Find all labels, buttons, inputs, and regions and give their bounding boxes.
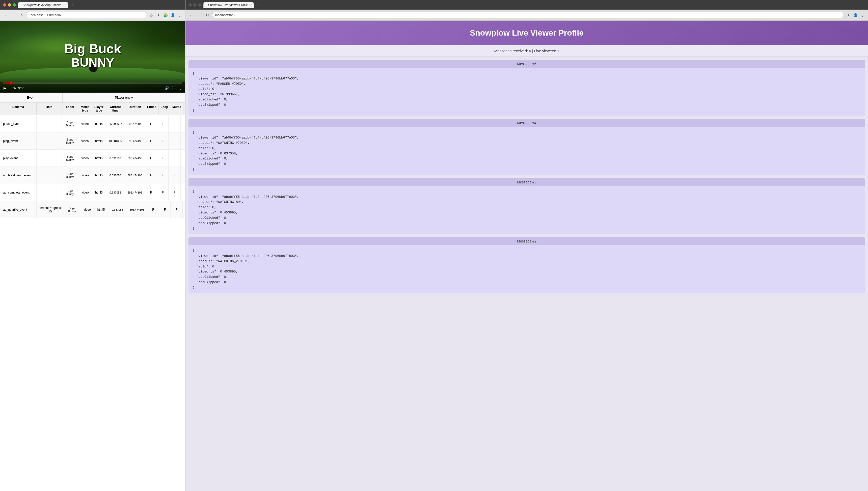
forward-button-left[interactable]: → xyxy=(11,12,17,18)
message-body: { "viewer_id": "ab0bff55-aadb-4fcf-bf26-… xyxy=(189,68,865,116)
cell-schema: ad_quartile_event xyxy=(0,201,36,218)
cell-currenttime: 26.999667 xyxy=(106,115,125,132)
table-rows-container: pause_event Bugs Bunny video html5 26.99… xyxy=(0,115,185,218)
cell-paused: F xyxy=(181,133,185,149)
cell-schema: ping_event xyxy=(0,133,36,149)
active-tab-right[interactable]: Snowplow Live Viewer Profile ✕ xyxy=(203,2,254,8)
cell-currenttime: 0.696599 xyxy=(106,150,125,167)
tab-close-left[interactable]: ✕ xyxy=(66,3,68,6)
cell-currenttime: 0.637058 xyxy=(106,184,125,201)
cell-mediatype: video xyxy=(78,184,92,201)
cell-schema: play_event xyxy=(0,150,36,167)
active-tab-left[interactable]: Snowplow JavaScript Tracke... ✕ xyxy=(18,2,68,8)
cell-paused: T xyxy=(183,201,185,218)
close-button[interactable] xyxy=(3,3,6,6)
cell-label: Bugs Bunny xyxy=(64,201,80,218)
progress-dot xyxy=(9,82,12,85)
progress-bar[interactable] xyxy=(3,83,182,84)
cell-schema: pause_event xyxy=(0,115,36,132)
address-bar-left[interactable]: localhost:3000/media xyxy=(27,12,147,18)
new-tab-button-left[interactable]: + xyxy=(70,2,75,7)
messages-count: 5 xyxy=(529,49,531,53)
address-bar-row-left: ← → ↻ localhost:3000/media ⎙ ★ 🧩 👤 ⋮ xyxy=(0,9,185,21)
more-icon[interactable]: ⋮ xyxy=(179,86,182,90)
back-button-right[interactable]: ← xyxy=(189,12,195,18)
close-button-right[interactable] xyxy=(189,3,192,6)
refresh-button-right[interactable]: ↻ xyxy=(205,12,210,18)
cell-data xyxy=(36,167,62,184)
message-body: { "viewer_id": "ab0bff55-aadb-4fcf-bf26-… xyxy=(189,245,865,293)
maximize-button[interactable] xyxy=(12,3,16,6)
traffic-lights-left xyxy=(3,3,16,6)
cell-playertype: html5 xyxy=(92,115,106,132)
message-header: Message #4 xyxy=(189,119,865,127)
cell-playertype: html5 xyxy=(92,167,106,184)
refresh-button-left[interactable]: ↻ xyxy=(19,12,25,18)
column-headers: Schema Data Label Media type Player type… xyxy=(0,103,185,115)
back-button-left[interactable]: ← xyxy=(3,12,9,18)
col-header-data: Data xyxy=(36,103,62,115)
video-title-line1: Big Buck xyxy=(64,41,121,56)
video-section: Big Buck BUNNY ▶ 0:26 / 9:56 xyxy=(0,21,185,93)
message-card: Message #5 { "viewer_id": "ab0bff55-aadb… xyxy=(189,60,865,116)
event-group-header: Event xyxy=(0,93,63,103)
cell-loop: F xyxy=(157,167,169,184)
cell-muted: F xyxy=(169,115,181,132)
video-controls: ▶ 0:26 / 9:56 🔊 ⛶ ⋮ xyxy=(0,78,185,93)
minimize-button[interactable] xyxy=(8,3,11,6)
fullscreen-icon[interactable]: ⛶ xyxy=(172,86,176,90)
volume-icon[interactable]: 🔊 xyxy=(165,86,169,90)
cell-ended: F xyxy=(145,115,157,132)
col-header-mediatype: Media type xyxy=(78,103,92,115)
col-header-duration: Duration xyxy=(125,103,145,115)
col-header-label: Label xyxy=(62,103,78,115)
cell-loop: F xyxy=(157,184,169,201)
cell-label: Bugs Bunny xyxy=(62,115,78,132)
bookmark-icon[interactable]: ★ xyxy=(156,12,161,18)
cell-mediatype: video xyxy=(78,133,92,149)
message-header: Message #3 xyxy=(189,178,865,186)
minimize-button-right[interactable] xyxy=(193,3,197,6)
menu-icon-right[interactable]: ⋮ xyxy=(860,12,865,18)
new-tab-button-right[interactable]: + xyxy=(256,2,261,7)
cell-label: Bugs Bunny xyxy=(62,133,78,149)
col-header-schema: Schema xyxy=(0,103,36,115)
tab-close-right[interactable]: ✕ xyxy=(250,3,252,6)
cell-muted: F xyxy=(169,133,181,149)
share-icon[interactable]: ⎙ xyxy=(149,12,154,18)
table-row: ad_complete_event Bugs Bunny video html5… xyxy=(0,184,185,201)
profile-icon[interactable]: 👤 xyxy=(170,12,175,18)
col-header-muted: Muted xyxy=(170,103,183,115)
forward-button-right[interactable]: → xyxy=(197,12,203,18)
address-bar-right[interactable]: localhost:8280 xyxy=(212,12,844,18)
address-text-left: localhost:3000/media xyxy=(30,13,144,17)
cell-paused: T xyxy=(181,184,185,201)
table-row: ad_break_end_event Bugs Bunny video html… xyxy=(0,167,185,184)
message-header: Message #5 xyxy=(189,60,865,68)
stats-bar: Messages received: 5 | Live viewers: 1 xyxy=(185,45,868,57)
cell-label: Bugs Bunny xyxy=(62,150,78,167)
left-tab-bar: Snowplow JavaScript Tracke... ✕ + xyxy=(0,0,185,9)
profile-icon-right[interactable]: 👤 xyxy=(853,12,858,18)
cell-duration: 596.474195 xyxy=(125,167,145,184)
toolbar-icons-right: ★ 👤 ⋮ xyxy=(846,12,865,18)
menu-icon[interactable]: ⋮ xyxy=(177,12,182,18)
time-display: 0:26 / 9:56 xyxy=(10,86,24,90)
cell-duration: 596.474195 xyxy=(125,150,145,167)
toolbar-icons-left: ⎙ ★ 🧩 👤 ⋮ xyxy=(149,12,182,18)
maximize-button-right[interactable] xyxy=(198,3,201,6)
bookmark-icon-right[interactable]: ★ xyxy=(846,12,851,18)
play-button[interactable]: ▶ xyxy=(3,86,7,91)
cell-paused: F xyxy=(181,150,185,167)
extensions-icon[interactable]: 🧩 xyxy=(163,12,168,18)
controls-row: ▶ 0:26 / 9:56 🔊 ⛶ ⋮ xyxy=(3,86,182,91)
cell-duration: 596.474195 xyxy=(125,184,145,201)
cell-muted: F xyxy=(171,201,183,218)
col-header-paused: Paused xyxy=(183,103,185,115)
cell-mediatype: video xyxy=(78,150,92,167)
col-header-ended: Ended xyxy=(145,103,159,115)
left-content-area: Big Buck BUNNY ▶ 0:26 / 9:56 xyxy=(0,21,185,491)
progress-fill xyxy=(3,83,11,84)
table-row: pause_event Bugs Bunny video html5 26.99… xyxy=(0,115,185,133)
right-content-area: Snowplow Live Viewer Profile Messages re… xyxy=(185,21,868,491)
